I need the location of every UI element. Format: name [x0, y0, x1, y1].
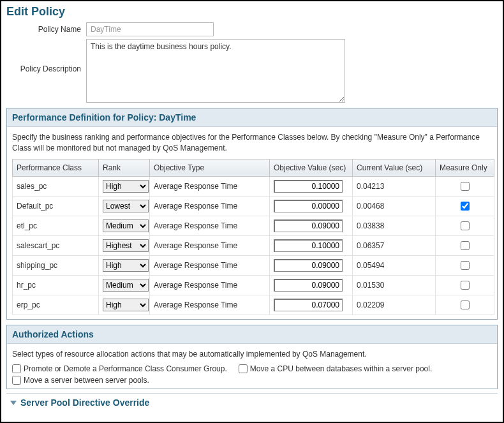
rank-select[interactable]: HighestHighMediumLowLowest	[103, 219, 149, 232]
table-row: shipping_pcHighestHighMediumLowLowestAve…	[13, 255, 494, 275]
current-value-cell: 0.00468	[353, 196, 436, 216]
chevron-down-icon	[10, 401, 17, 405]
objective-value-input[interactable]	[274, 259, 343, 272]
server-pool-override-header[interactable]: Server Pool Directive Override	[6, 393, 498, 410]
objective-value-cell	[270, 275, 353, 295]
authorized-actions-header: Authorized Actions	[7, 325, 497, 344]
rank-cell: HighestHighMediumLowLowest	[99, 235, 150, 255]
measure-only-checkbox[interactable]	[461, 202, 470, 211]
policy-name-field[interactable]	[86, 22, 214, 36]
current-value-cell: 0.05494	[353, 255, 436, 275]
current-value-cell: 0.03838	[353, 216, 436, 235]
objective-value-input[interactable]	[274, 180, 343, 193]
table-row: hr_pcHighestHighMediumLowLowestAverage R…	[13, 275, 494, 295]
measure-only-cell	[436, 295, 494, 315]
move-cpu-label: Move a CPU between databases within a se…	[250, 364, 433, 373]
table-header-row: Performance Class Rank Objective Type Ob…	[13, 159, 494, 176]
objective-value-input[interactable]	[274, 219, 343, 232]
performance-definition-header: Performance Definition for Policy: DayTi…	[7, 108, 497, 127]
objective-value-cell	[270, 196, 353, 216]
table-row: erp_pcHighestHighMediumLowLowestAverage …	[13, 295, 494, 315]
current-value-cell: 0.04213	[353, 176, 436, 196]
measure-only-checkbox[interactable]	[461, 281, 470, 290]
col-objective-type: Objective Type	[150, 159, 270, 176]
authorized-actions-help: Select types of resource allocation acti…	[12, 349, 492, 360]
performance-help-text: Specify the business ranking and perform…	[12, 132, 492, 154]
rank-cell: HighestHighMediumLowLowest	[99, 216, 150, 235]
rank-cell: HighestHighMediumLowLowest	[99, 196, 150, 216]
promote-demote-label: Promote or Demote a Performance Class Co…	[24, 364, 227, 373]
objective-type-cell: Average Response Time	[150, 196, 270, 216]
objective-type-cell: Average Response Time	[150, 295, 270, 315]
objective-value-input[interactable]	[274, 279, 343, 292]
measure-only-checkbox[interactable]	[461, 221, 470, 230]
promote-demote-option[interactable]: Promote or Demote a Performance Class Co…	[12, 364, 227, 373]
table-row: Default_pcHighestHighMediumLowLowestAver…	[13, 196, 494, 216]
objective-value-cell	[270, 216, 353, 235]
col-objective-value: Objective Value (sec)	[270, 159, 353, 176]
server-pool-override-title: Server Pool Directive Override	[20, 397, 149, 408]
rank-select[interactable]: HighestHighMediumLowLowest	[103, 299, 149, 311]
rank-cell: HighestHighMediumLowLowest	[99, 176, 150, 196]
move-server-checkbox[interactable]	[12, 376, 21, 385]
rank-select[interactable]: HighestHighMediumLowLowest	[103, 259, 149, 272]
objective-value-input[interactable]	[274, 299, 343, 311]
objective-type-cell: Average Response Time	[150, 275, 270, 295]
objective-value-cell	[270, 255, 353, 275]
objective-type-cell: Average Response Time	[150, 235, 270, 255]
performance-class-cell: hr_pc	[13, 275, 99, 295]
rank-cell: HighestHighMediumLowLowest	[99, 275, 150, 295]
rank-cell: HighestHighMediumLowLowest	[99, 295, 150, 315]
objective-value-input[interactable]	[274, 239, 343, 252]
measure-only-checkbox[interactable]	[461, 301, 470, 309]
page-title: Edit Policy	[6, 5, 498, 19]
move-server-option[interactable]: Move a server between server pools.	[12, 376, 149, 385]
performance-class-cell: Default_pc	[13, 196, 99, 216]
move-server-label: Move a server between server pools.	[24, 376, 149, 385]
current-value-cell: 0.01530	[353, 275, 436, 295]
measure-only-checkbox[interactable]	[461, 241, 470, 250]
table-row: etl_pcHighestHighMediumLowLowestAverage …	[13, 216, 494, 235]
rank-select[interactable]: HighestHighMediumLowLowest	[103, 279, 149, 292]
performance-class-cell: erp_pc	[13, 295, 99, 315]
performance-definition-section: Performance Definition for Policy: DayTi…	[6, 108, 498, 320]
move-cpu-option[interactable]: Move a CPU between databases within a se…	[239, 364, 433, 373]
move-cpu-checkbox[interactable]	[239, 364, 248, 373]
objective-value-input[interactable]	[274, 200, 343, 212]
performance-class-cell: salescart_pc	[13, 235, 99, 255]
col-current-value: Current Value (sec)	[353, 159, 436, 176]
table-row: sales_pcHighestHighMediumLowLowestAverag…	[13, 176, 494, 196]
col-performance-class: Performance Class	[13, 159, 99, 176]
objective-type-cell: Average Response Time	[150, 176, 270, 196]
objective-value-cell	[270, 295, 353, 315]
col-measure-only: Measure Only	[436, 159, 494, 176]
measure-only-checkbox[interactable]	[461, 182, 470, 191]
measure-only-cell	[436, 196, 494, 216]
col-rank: Rank	[99, 159, 150, 176]
objective-value-cell	[270, 176, 353, 196]
rank-select[interactable]: HighestHighMediumLowLowest	[103, 200, 149, 212]
policy-name-label: Policy Name	[6, 22, 86, 34]
measure-only-cell	[436, 176, 494, 196]
performance-class-cell: sales_pc	[13, 176, 99, 196]
rank-select[interactable]: HighestHighMediumLowLowest	[103, 180, 149, 193]
performance-table: Performance Class Rank Objective Type Ob…	[12, 159, 494, 315]
current-value-cell: 0.02209	[353, 295, 436, 315]
objective-value-cell	[270, 235, 353, 255]
promote-demote-checkbox[interactable]	[12, 364, 21, 373]
performance-class-cell: shipping_pc	[13, 255, 99, 275]
measure-only-cell	[436, 275, 494, 295]
policy-description-field[interactable]	[86, 39, 345, 103]
table-row: salescart_pcHighestHighMediumLowLowestAv…	[13, 235, 494, 255]
performance-class-cell: etl_pc	[13, 216, 99, 235]
current-value-cell: 0.06357	[353, 235, 436, 255]
objective-type-cell: Average Response Time	[150, 216, 270, 235]
rank-select[interactable]: HighestHighMediumLowLowest	[103, 239, 149, 252]
measure-only-cell	[436, 235, 494, 255]
measure-only-cell	[436, 216, 494, 235]
measure-only-checkbox[interactable]	[461, 261, 470, 270]
rank-cell: HighestHighMediumLowLowest	[99, 255, 150, 275]
measure-only-cell	[436, 255, 494, 275]
policy-description-label: Policy Description	[6, 39, 86, 73]
objective-type-cell: Average Response Time	[150, 255, 270, 275]
